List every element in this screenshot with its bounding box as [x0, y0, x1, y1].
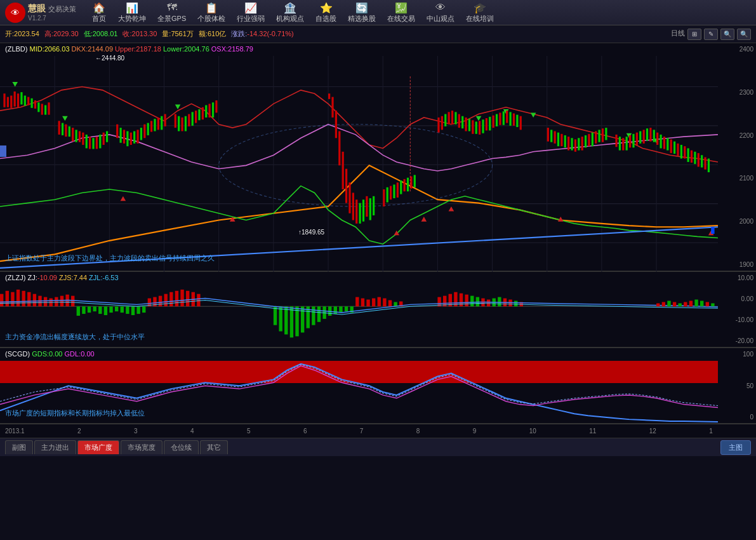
high-label: 高:2029.30 [44, 29, 79, 39]
nav-trend[interactable]: 📊 大势乾坤 [113, 0, 151, 25]
zlzj-label: (ZLZJ) ZJ:-10.09 ZJS:7.44 ZJL:-6.53 [5, 274, 119, 281]
x-labels: 2013.1 2 3 4 5 6 7 8 9 10 11 12 1 [5, 428, 713, 435]
svg-rect-173 [666, 138, 668, 150]
tab-zhulizhuchu[interactable]: 主力进出 [34, 440, 76, 454]
dkx-label: DKX:2144.09 [72, 45, 113, 53]
logo-icon: 👁 [5, 3, 25, 23]
logo-area: 👁 慧眼 交易决策 V1.2.7 [5, 3, 76, 23]
svg-rect-255 [465, 295, 468, 307]
svg-rect-166 [643, 130, 645, 144]
x-label-nov: 11 [589, 428, 596, 435]
svg-rect-177 [680, 145, 682, 159]
svg-rect-24 [20, 92, 22, 104]
svg-rect-107 [390, 186, 392, 200]
nav-gps[interactable]: 🗺 全景GPS [152, 0, 191, 25]
svg-rect-146 [567, 137, 569, 151]
nav-training[interactable]: 🎓 在线培训 [461, 0, 499, 25]
tab-shichangguangdu[interactable]: 市场广度 [77, 440, 119, 454]
svg-rect-151 [585, 135, 587, 147]
nav-individual-label: 个股体检 [197, 14, 225, 24]
selfselect-icon: ⭐ [319, 1, 334, 14]
svg-rect-94 [338, 131, 340, 165]
zoom-out-btn[interactable]: 🔍 [737, 29, 751, 40]
nav-individual[interactable]: 📋 个股体检 [192, 0, 230, 25]
svg-rect-90 [215, 100, 217, 112]
x-label-jan: 2013.1 [5, 428, 25, 435]
svg-rect-28 [34, 100, 36, 109]
svg-rect-261 [498, 297, 501, 307]
svg-rect-53 [75, 130, 77, 142]
app-container: 👁 慧眼 交易决策 V1.2.7 🏠 首页 📊 大势乾坤 🗺 全景GPS [0, 0, 756, 540]
upper-label: Upper:2187.18 [115, 45, 161, 53]
svg-rect-155 [599, 130, 600, 142]
svg-rect-204 [82, 306, 85, 314]
nav-zhongshan[interactable]: 👁 中山观点 [421, 0, 460, 25]
nav-industry[interactable]: 📈 行业强弱 [232, 0, 270, 25]
nav-online[interactable]: 💹 在线交易 [382, 0, 420, 25]
nav-training-label: 在线培训 [466, 14, 494, 24]
x-label-apr: 4 [190, 428, 194, 435]
svg-rect-78 [175, 114, 176, 128]
edit-btn[interactable]: ✎ [704, 29, 718, 40]
svg-rect-88 [209, 104, 211, 118]
chart-controls: 日线 ⊞ ✎ 🔍 🔍 [671, 29, 751, 40]
svg-rect-179 [687, 148, 689, 162]
zoom-in-btn[interactable]: 🔍 [720, 29, 734, 40]
nav-select[interactable]: 🔄 精选换股 [343, 0, 381, 25]
scgd-y1: 100 [720, 351, 753, 358]
tab-qita[interactable]: 其它 [200, 440, 228, 454]
amount-value: 610亿 [208, 30, 226, 37]
tab-fitu[interactable]: 副图 [5, 440, 33, 454]
svg-rect-215 [142, 306, 145, 313]
svg-rect-176 [677, 144, 679, 156]
toolbar: 👁 慧眼 交易决策 V1.2.7 🏠 首页 📊 大势乾坤 🗺 全景GPS [0, 0, 756, 25]
svg-rect-89 [212, 102, 214, 118]
nav-selfselect[interactable]: ⭐ 自选股 [310, 0, 342, 25]
svg-rect-159 [619, 137, 621, 151]
svg-rect-20 [7, 97, 9, 107]
svg-point-18 [219, 125, 493, 206]
svg-rect-26 [27, 97, 29, 105]
svg-rect-199 [55, 297, 58, 307]
grid-btn[interactable]: ⊞ [687, 29, 701, 40]
main-chart-button[interactable]: 主图 [720, 440, 751, 455]
nav-institution[interactable]: 🏦 机构观点 [271, 0, 309, 25]
svg-rect-221 [175, 291, 178, 307]
online-icon: 💹 [394, 1, 409, 14]
main-y-axis: 2400 2300 2200 2100 2000 1900 [720, 43, 753, 271]
scgd-annotation: 市场广度的短期指标和长期指标均掉入最低位 [5, 408, 145, 418]
zlzj-y2: 0.00 [720, 295, 753, 302]
svg-rect-228 [284, 306, 288, 334]
svg-rect-206 [93, 306, 96, 311]
svg-rect-200 [60, 296, 63, 307]
svg-rect-189 [0, 294, 3, 307]
y-label-1900: 1900 [720, 261, 753, 268]
logo-text-group: 慧眼 交易决策 V1.2.7 [28, 3, 76, 22]
svg-rect-268 [667, 300, 670, 306]
svg-rect-114 [414, 175, 416, 187]
zlzj-panel: (ZLZJ) ZJ:-10.09 ZJS:7.44 ZJL:-6.53 10.0… [0, 272, 756, 348]
x-label-may: 5 [247, 428, 251, 435]
high-value: 2029.30 [53, 30, 79, 37]
svg-marker-38 [531, 112, 536, 118]
svg-rect-139 [520, 116, 522, 130]
nav-home[interactable]: 🏠 首页 [86, 0, 112, 25]
svg-rect-83 [192, 112, 194, 126]
svg-rect-62 [106, 131, 108, 142]
svg-rect-193 [22, 291, 25, 307]
tab-shichangkuandu[interactable]: 市场宽度 [121, 440, 162, 454]
svg-rect-170 [656, 133, 658, 145]
svg-rect-69 [136, 130, 138, 144]
svg-rect-156 [602, 128, 604, 142]
scgd-id: (SCGD) [5, 350, 30, 358]
select-icon: 🔄 [354, 1, 369, 14]
svg-rect-220 [169, 292, 173, 307]
tab-cangweixu[interactable]: 仓位续 [164, 440, 199, 454]
svg-rect-276 [711, 303, 714, 306]
svg-rect-104 [373, 196, 375, 215]
svg-rect-63 [116, 125, 118, 138]
svg-rect-84 [195, 111, 197, 123]
svg-rect-164 [636, 133, 638, 145]
individual-icon: 📋 [204, 1, 219, 14]
svg-rect-127 [479, 121, 481, 135]
